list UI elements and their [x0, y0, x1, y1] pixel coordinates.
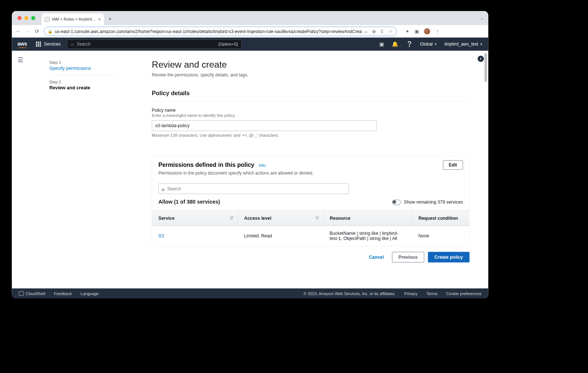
aws-footer: CloudShell Feedback Language © 2023, Ama… — [12, 288, 488, 298]
search-icon: ⌕ — [71, 42, 74, 47]
permissions-panel: Edit Permissions defined in this policy … — [152, 156, 469, 246]
profile-avatar-icon[interactable] — [424, 28, 430, 34]
allow-summary: Allow (1 of 380 services) — [158, 199, 220, 205]
step-review-and-create: Review and create — [49, 85, 115, 90]
browser-tab-strip: ⎔ IAM > Roles > tinybird-s3-ever × + ⌄ — [12, 11, 488, 25]
tab-list-chevron-icon[interactable]: ⌄ — [480, 16, 484, 21]
previous-button[interactable]: Previous — [392, 252, 424, 262]
scrollbar-thumb[interactable] — [484, 53, 487, 82]
bookmark-icon[interactable]: ☆ — [388, 28, 392, 34]
minimize-window-icon[interactable] — [24, 16, 28, 20]
help-icon[interactable]: ❔ — [406, 41, 413, 47]
page-description: Review the permissions, specify details,… — [152, 72, 469, 78]
search-shortcut: [Option+S] — [219, 42, 238, 47]
col-access-level[interactable]: Access level▽ — [238, 211, 323, 226]
browser-tab[interactable]: ⎔ IAM > Roles > tinybird-s3-ever × — [42, 14, 104, 25]
col-service[interactable]: Service▽ — [152, 211, 238, 226]
policy-name-hint: Enter a meaningful name to identify this… — [152, 113, 469, 118]
address-bar[interactable]: 🔒 us-east-1.console.aws.amazon.com/iamv2… — [44, 26, 397, 36]
search-page-icon[interactable]: ⌕ — [365, 28, 368, 34]
cloudshell-icon — [19, 291, 24, 295]
aws-top-nav: aws Services ⌕ Search [Option+S] ▣ 🔔 ❔ G… — [12, 37, 488, 51]
region-selector[interactable]: Global ▼ — [420, 42, 437, 47]
close-window-icon[interactable] — [18, 16, 22, 20]
notifications-icon[interactable]: 🔔 — [392, 41, 398, 47]
col-resource[interactable]: Resource — [323, 211, 412, 226]
services-label[interactable]: Services — [44, 42, 61, 47]
traffic-lights — [12, 16, 35, 20]
permissions-table: Service▽ Access level▽ Resource Request … — [152, 210, 469, 246]
info-link[interactable]: Info — [259, 163, 265, 168]
sort-icon: ▽ — [230, 216, 233, 220]
step-number: Step 2 — [49, 80, 115, 85]
col-request-condition[interactable]: Request condition — [412, 211, 469, 226]
zoom-icon[interactable]: ⊕ — [372, 28, 376, 34]
cell-condition: None — [412, 226, 469, 246]
create-policy-button[interactable]: Create policy — [428, 252, 469, 262]
page-title: Review and create — [152, 60, 469, 70]
aws-logo-icon[interactable]: aws — [18, 41, 27, 47]
permissions-search[interactable]: ⌕ — [158, 183, 349, 194]
service-link-s3[interactable]: S3 — [158, 233, 164, 238]
aws-search-input[interactable]: ⌕ Search [Option+S] — [67, 39, 242, 49]
close-tab-icon[interactable]: × — [98, 17, 101, 22]
step-specify-permissions[interactable]: Specify permissions — [49, 65, 115, 71]
tab-title: IAM > Roles > tinybird-s3-ever — [52, 17, 96, 22]
wizard-actions: Cancel Previous Create policy — [152, 246, 469, 262]
reload-icon[interactable]: ⟳ — [35, 28, 39, 35]
step-divider — [49, 75, 115, 75]
favicon-icon: ⎔ — [45, 17, 50, 22]
policy-details-heading: Policy details — [152, 90, 469, 97]
share-icon[interactable]: ⇪ — [380, 28, 384, 34]
cancel-button[interactable]: Cancel — [365, 252, 388, 262]
privacy-link[interactable]: Privacy — [404, 291, 417, 296]
cell-resource: BucketName | string like | tinybird-test… — [323, 226, 412, 246]
lock-icon: 🔒 — [48, 29, 53, 33]
toggle-label: Show remaining 379 services — [404, 200, 463, 205]
services-grid-icon[interactable] — [36, 42, 41, 47]
cloudshell-icon[interactable]: ▣ — [379, 41, 384, 47]
terms-link[interactable]: Terms — [426, 291, 437, 296]
extensions-icon[interactable]: ✦ — [405, 28, 409, 34]
edit-button[interactable]: Edit — [443, 160, 463, 170]
permissions-heading: Permissions defined in this policy — [158, 162, 254, 168]
sort-icon: ▽ — [316, 216, 319, 220]
maximize-window-icon[interactable] — [31, 16, 35, 20]
browser-toolbar: ← → ⟳ 🔒 us-east-1.console.aws.amazon.com… — [12, 25, 488, 37]
back-icon[interactable]: ← — [16, 28, 21, 34]
account-selector[interactable]: tinybird_aws_test ▼ — [444, 42, 483, 47]
search-icon: ⌕ — [162, 186, 165, 191]
chevron-down-icon: ▼ — [434, 43, 437, 46]
table-row: S3 Limited: Read BucketName | string lik… — [152, 226, 469, 246]
policy-name-input[interactable] — [152, 121, 377, 131]
wizard-steps: Step 1 Specify permissions Step 2 Review… — [49, 60, 115, 90]
forward-icon: → — [25, 28, 31, 34]
url-text: us-east-1.console.aws.amazon.com/iamv2/h… — [55, 29, 362, 34]
new-tab-button[interactable]: + — [108, 15, 112, 22]
copyright-text: © 2023, Amazon Web Services, Inc. or its… — [304, 291, 395, 296]
search-placeholder: Search — [77, 42, 91, 47]
side-nav-toggle-icon[interactable]: ☰ — [18, 56, 23, 64]
language-link[interactable]: Language — [80, 291, 98, 296]
show-remaining-toggle[interactable] — [392, 200, 401, 205]
region-label: Global — [420, 42, 433, 47]
feedback-link[interactable]: Feedback — [54, 291, 72, 296]
permissions-description: Permissions in the policy document speci… — [158, 171, 463, 176]
cookie-link[interactable]: Cookie preferences — [446, 291, 481, 296]
cloudshell-link[interactable]: CloudShell — [19, 291, 45, 296]
policy-name-label: Policy name — [152, 108, 469, 113]
panel-icon[interactable]: ▣ — [415, 28, 419, 34]
account-label: tinybird_aws_test — [444, 42, 478, 47]
section-divider — [152, 102, 469, 102]
step-number: Step 1 — [49, 60, 115, 65]
policy-name-help: Maximum 128 characters. Use alphanumeric… — [152, 133, 469, 138]
permissions-search-input[interactable] — [167, 186, 345, 191]
cell-access-level: Limited: Read — [238, 226, 323, 246]
menu-icon[interactable]: ⋮ — [435, 28, 440, 34]
chevron-down-icon: ▼ — [480, 43, 483, 46]
help-panel-icon[interactable]: i — [478, 56, 484, 62]
